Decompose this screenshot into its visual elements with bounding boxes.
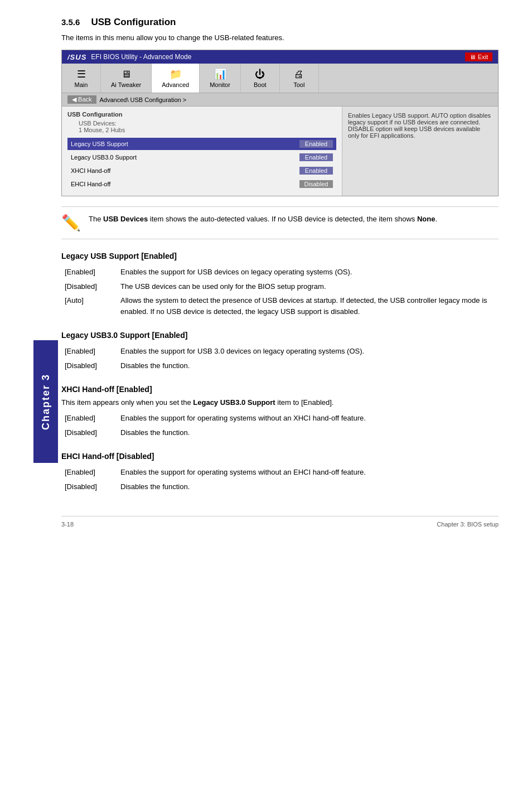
- bios-window: /SUS EFI BIOS Utility - Advanced Mode 🖥 …: [61, 50, 499, 196]
- table-row: [Disabled] Disables the function.: [61, 426, 499, 440]
- exit-label: Exit: [478, 54, 488, 60]
- section-number: 3.5.6: [61, 17, 80, 27]
- asus-logo: /SUS: [67, 53, 86, 61]
- nav-item-tool[interactable]: 🖨 Tool: [280, 64, 319, 93]
- key-disabled: [Disabled]: [61, 359, 117, 373]
- chapter-sidebar: Chapter 3: [33, 340, 58, 463]
- legacy-usb3-label: Legacy USB3.0 Support: [71, 154, 299, 161]
- ehci-label: EHCI Hand-off: [71, 181, 299, 187]
- bios-row-ehci[interactable]: EHCI Hand-off Disabled: [67, 178, 336, 190]
- bios-titlebar-left: /SUS EFI BIOS Utility - Advanced Mode: [67, 53, 191, 61]
- table-row: [Disabled] Disables the function.: [61, 480, 499, 494]
- footer-chapter: Chapter 3: BIOS setup: [437, 521, 499, 528]
- desc-legacy-usb3: Legacy USB3.0 Support [Enabled] [Enabled…: [61, 331, 499, 373]
- chapter-sidebar-text: Chapter 3: [40, 373, 52, 429]
- key-enabled: [Enabled]: [61, 265, 117, 279]
- desc-legacy-usb-heading: Legacy USB Support [Enabled]: [61, 252, 499, 260]
- bios-exit-button[interactable]: 🖥 Exit: [465, 52, 492, 61]
- tool-icon: 🖨: [294, 69, 304, 80]
- val-enabled: Enables the support for USB devices on l…: [117, 265, 499, 279]
- nav-item-monitor[interactable]: 📊 Monitor: [200, 64, 241, 93]
- nav-main-label: Main: [75, 81, 88, 88]
- note-box: ✏️ The USB Devices item shows the auto-d…: [61, 206, 499, 239]
- nav-advanced-label: Advanced: [162, 81, 189, 88]
- val-disabled: Disables the function.: [117, 426, 499, 440]
- bios-breadcrumb: ◀ Back Advanced\ USB Configuration >: [62, 93, 498, 107]
- xhci-intro-bold: Legacy USB3.0 Support: [193, 398, 275, 407]
- table-row: [Enabled] Enables the support for USB 3.…: [61, 344, 499, 359]
- key-disabled: [Disabled]: [61, 279, 117, 294]
- bios-row-legacy-usb[interactable]: Legacy USB Support Enabled: [67, 138, 336, 150]
- bios-content-area: USB Configuration USB Devices: 1 Mouse, …: [62, 107, 498, 196]
- bios-title: EFI BIOS Utility - Advanced Mode: [91, 53, 191, 61]
- advanced-icon: 📁: [170, 68, 182, 80]
- val-enabled: Enables the support for USB 3.0 devices …: [117, 344, 499, 359]
- bios-titlebar: /SUS EFI BIOS Utility - Advanced Mode 🖥 …: [62, 50, 498, 64]
- desc-legacy-usb3-table: [Enabled] Enables the support for USB 3.…: [61, 344, 499, 373]
- bios-sidebar-text: Enables Legacy USB support. AUTO option …: [348, 112, 491, 139]
- bios-sidebar-panel: Enables Legacy USB support. AUTO option …: [342, 107, 498, 196]
- breadcrumb-path: Advanced\ USB Configuration >: [100, 96, 187, 103]
- table-row: [Disabled] The USB devices can be used o…: [61, 279, 499, 294]
- val-enabled: Enables the support for operating system…: [117, 411, 499, 426]
- desc-ehci-table: [Enabled] Enables the support for operat…: [61, 465, 499, 494]
- ehci-value: Disabled: [299, 180, 333, 188]
- monitor-icon: 📊: [214, 68, 226, 80]
- nav-item-ai-tweaker[interactable]: 🖥 Ai Tweaker: [101, 64, 152, 93]
- boot-icon: ⏻: [255, 69, 265, 80]
- nav-item-main[interactable]: ☰ Main: [62, 64, 101, 93]
- bios-devices-label: USB Devices: 1 Mouse, 2 Hubs: [67, 120, 336, 133]
- key-auto: [Auto]: [61, 293, 117, 318]
- description-sections: Legacy USB Support [Enabled] [Enabled] E…: [61, 252, 499, 494]
- back-button[interactable]: ◀ Back: [67, 95, 96, 104]
- desc-legacy-usb-table: [Enabled] Enables the support for USB de…: [61, 265, 499, 318]
- note-bold-usb-devices: USB Devices: [103, 215, 148, 223]
- main-icon: ☰: [77, 68, 86, 80]
- note-icon: ✏️: [61, 214, 81, 232]
- legacy-usb-label: Legacy USB Support: [71, 141, 299, 147]
- xhci-value: Enabled: [299, 167, 333, 175]
- note-bold-none: None: [417, 215, 436, 223]
- legacy-usb-value: Enabled: [299, 140, 333, 148]
- desc-ehci: EHCI Hand-off [Disabled] [Enabled] Enabl…: [61, 452, 499, 494]
- nav-monitor-label: Monitor: [210, 81, 230, 88]
- xhci-label: XHCI Hand-off: [71, 167, 299, 174]
- nav-item-boot[interactable]: ⏻ Boot: [241, 64, 280, 93]
- nav-tool-label: Tool: [293, 81, 304, 88]
- bios-row-xhci[interactable]: XHCI Hand-off Enabled: [67, 165, 336, 177]
- bios-navbar: ☰ Main 🖥 Ai Tweaker 📁 Advanced 📊 Monitor…: [62, 64, 498, 93]
- key-enabled: [Enabled]: [61, 344, 117, 359]
- table-row: [Auto] Allows the system to detect the p…: [61, 293, 499, 318]
- nav-ai-tweaker-label: Ai Tweaker: [111, 81, 141, 88]
- section-title: USB Configuration: [91, 17, 176, 28]
- table-row: [Disabled] Disables the function.: [61, 359, 499, 373]
- bios-devices-value: 1 Mouse, 2 Hubs: [79, 127, 125, 133]
- key-disabled: [Disabled]: [61, 480, 117, 494]
- val-enabled: Enables the support for operating system…: [117, 465, 499, 480]
- ai-tweaker-icon: 🖥: [121, 69, 131, 80]
- section-header: 3.5.6 USB Configuration: [61, 17, 499, 28]
- desc-ehci-heading: EHCI Hand-off [Disabled]: [61, 452, 499, 461]
- val-disabled: Disables the function.: [117, 480, 499, 494]
- val-auto: Allows the system to detect the presence…: [117, 293, 499, 318]
- bios-main-panel: USB Configuration USB Devices: 1 Mouse, …: [62, 107, 342, 196]
- note-text: The USB Devices item shows the auto-dete…: [89, 214, 437, 225]
- legacy-usb3-value: Enabled: [299, 153, 333, 161]
- table-row: [Enabled] Enables the support for operat…: [61, 411, 499, 426]
- desc-xhci-heading: XHCI Hand-off [Enabled]: [61, 385, 499, 394]
- desc-legacy-usb: Legacy USB Support [Enabled] [Enabled] E…: [61, 252, 499, 318]
- page-footer: 3-18 Chapter 3: BIOS setup: [61, 516, 499, 528]
- table-row: [Enabled] Enables the support for operat…: [61, 465, 499, 480]
- nav-boot-label: Boot: [254, 81, 267, 88]
- desc-xhci: XHCI Hand-off [Enabled] This item appear…: [61, 385, 499, 439]
- val-disabled: Disables the function.: [117, 359, 499, 373]
- back-label: Back: [78, 96, 91, 103]
- bios-row-legacy-usb3[interactable]: Legacy USB3.0 Support Enabled: [67, 151, 336, 163]
- nav-item-advanced[interactable]: 📁 Advanced: [152, 64, 200, 93]
- xhci-intro: This item appears only when you set the …: [61, 398, 499, 407]
- desc-xhci-table: [Enabled] Enables the support for operat…: [61, 411, 499, 439]
- section-intro: The items in this menu allow you to chan…: [61, 33, 499, 42]
- bios-section-label: USB Configuration: [67, 111, 336, 118]
- key-disabled: [Disabled]: [61, 426, 117, 440]
- table-row: [Enabled] Enables the support for USB de…: [61, 265, 499, 279]
